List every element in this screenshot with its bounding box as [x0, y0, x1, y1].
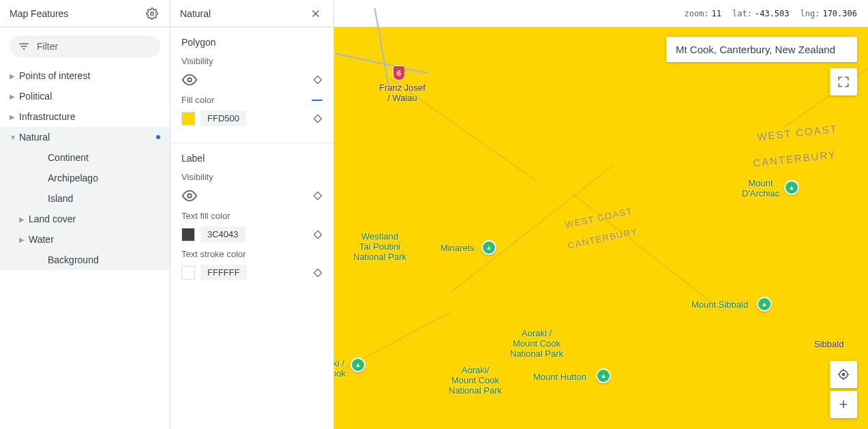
- tree-label: Natural: [19, 132, 156, 143]
- modified-dot-icon: [156, 135, 160, 139]
- label-heading: Label: [181, 153, 323, 164]
- map-label-darchiac: Mount D'Archiac: [742, 179, 779, 199]
- text-fill-swatch[interactable]: [181, 228, 195, 241]
- locate-icon: [837, 368, 850, 381]
- map-label-aoraki-np1: Aoraki / Mount Cook National Park: [510, 329, 563, 359]
- tree-item-water[interactable]: ▶ Water: [0, 229, 170, 250]
- tree-item-infrastructure[interactable]: ▶ Infrastructure: [0, 106, 170, 127]
- polygon-heading: Polygon: [181, 37, 323, 48]
- text-fill-row: 3C4043: [181, 226, 323, 242]
- tree-item-background[interactable]: ▶ Background: [0, 250, 170, 270]
- region-canterbury-2: CANTERBURY: [567, 226, 639, 250]
- eye-icon[interactable]: [181, 72, 198, 88]
- tree-item-continent[interactable]: ▶ Continent: [0, 147, 170, 168]
- tree-item-natural[interactable]: ▼ Natural: [0, 127, 170, 147]
- map-features-panel: Map Features Filter ▶ Points of interest…: [0, 0, 170, 429]
- tree-label: Island: [29, 193, 160, 204]
- fill-color-hex[interactable]: FFD500: [200, 110, 246, 126]
- svg-rect-6: [314, 231, 321, 238]
- fill-color-input[interactable]: FFD500: [181, 110, 246, 126]
- mountain-pin-icon: [481, 240, 496, 255]
- svg-point-9: [842, 373, 844, 375]
- map-label-franz-josef: Franz Josef / Waiau: [379, 83, 425, 104]
- map-area[interactable]: zoom: 11 lat: -43.503 lng: 170.306 6 Fra…: [334, 0, 868, 429]
- region-canterbury-1: CANTERBURY: [752, 149, 837, 169]
- inherit-diamond-icon[interactable]: [313, 268, 323, 278]
- mountain-pin-icon: [596, 368, 611, 383]
- active-indicator-icon: [312, 100, 323, 101]
- text-stroke-label: Text stroke color: [181, 249, 323, 259]
- svg-rect-7: [314, 269, 321, 276]
- fill-color-swatch[interactable]: [181, 112, 195, 125]
- inherit-diamond-icon[interactable]: [313, 75, 323, 85]
- mountain-pin-icon: [757, 297, 772, 312]
- status-lat: lat: -43.503: [732, 9, 789, 18]
- fill-color-label: Fill color: [181, 95, 323, 105]
- tree-item-poi[interactable]: ▶ Points of interest: [0, 65, 170, 86]
- chevron-right-icon: ▶: [10, 93, 19, 100]
- fullscreen-icon: [837, 76, 850, 88]
- region-west-coast-2: WEST COAST: [565, 206, 634, 231]
- map-label-minarets: Minarets: [440, 243, 475, 254]
- text-stroke-swatch[interactable]: [181, 266, 195, 280]
- text-stroke-row: FFFFFF: [181, 265, 323, 280]
- filter-row: Filter: [0, 27, 170, 65]
- text-fill-hex[interactable]: 3C4043: [200, 226, 245, 242]
- text-fill-label: Text fill color: [181, 211, 323, 221]
- chevron-right-icon: ▶: [10, 72, 19, 80]
- zoom-in-button[interactable]: +: [830, 391, 857, 418]
- chevron-right-icon: ▶: [19, 236, 29, 243]
- text-stroke-input[interactable]: FFFFFF: [181, 265, 247, 280]
- svg-rect-5: [314, 192, 321, 199]
- filter-input[interactable]: Filter: [10, 35, 160, 57]
- tree-item-island[interactable]: ▶ Island: [0, 188, 170, 209]
- filter-icon: [18, 40, 30, 53]
- mountain-pin-icon: [784, 180, 799, 195]
- route-badge: 6: [393, 65, 405, 80]
- locate-button[interactable]: [830, 361, 857, 388]
- polygon-visibility-row: [181, 72, 323, 88]
- filter-placeholder: Filter: [37, 41, 58, 52]
- map-canvas[interactable]: 6 Franz Josef / Waiau Westland Tai Pouti…: [334, 27, 868, 429]
- map-label-westland: Westland Tai Poutini National Park: [353, 232, 406, 263]
- map-label-hutton: Mount Hutton: [533, 372, 586, 383]
- tree-label: Points of interest: [19, 70, 160, 81]
- fullscreen-button[interactable]: [830, 68, 857, 95]
- text-fill-input[interactable]: 3C4043: [181, 226, 245, 242]
- tree-item-archipelago[interactable]: ▶ Archipelago: [0, 168, 170, 188]
- inherit-diamond-icon[interactable]: [313, 114, 323, 123]
- mountain-pin-icon: [350, 357, 365, 372]
- status-bar: zoom: 11 lat: -43.503 lng: 170.306: [334, 0, 868, 27]
- detail-title: Natural: [180, 8, 211, 19]
- gear-icon[interactable]: [144, 5, 160, 22]
- svg-point-1: [188, 78, 192, 82]
- fill-color-row: FFD500: [181, 110, 323, 126]
- tree-label: Land cover: [29, 213, 160, 224]
- text-stroke-hex[interactable]: FFFFFF: [200, 265, 247, 280]
- search-value: Mt Cook, Canterbury, New Zealand: [676, 44, 835, 55]
- inherit-diamond-icon[interactable]: [313, 230, 323, 239]
- inherit-diamond-icon[interactable]: [313, 191, 323, 201]
- label-visibility-label: Visibility: [181, 172, 323, 182]
- polygon-visibility-label: Visibility: [181, 56, 323, 66]
- svg-rect-3: [314, 115, 321, 122]
- polygon-section: Polygon Visibility Fill color FFD500: [170, 27, 333, 143]
- border-line: [572, 194, 723, 312]
- chevron-down-icon: ▼: [10, 134, 19, 141]
- status-lng: lng: 170.306: [800, 9, 857, 18]
- plus-icon: +: [839, 396, 848, 413]
- map-label-aoraki-np2: Aoraki/ Mount Cook National Park: [449, 366, 502, 396]
- map-label-mt-sibbald: Mount Sibbald: [691, 300, 748, 310]
- svg-point-0: [151, 12, 154, 15]
- detail-panel: Natural Polygon Visibility Fill color FF…: [170, 0, 334, 429]
- tree-label: Political: [19, 91, 160, 102]
- search-input[interactable]: Mt Cook, Canterbury, New Zealand: [666, 37, 857, 62]
- tree-item-landcover[interactable]: ▶ Land cover: [0, 209, 170, 229]
- chevron-right-icon: ▶: [19, 216, 29, 223]
- features-tree: ▶ Points of interest ▶ Political ▶ Infra…: [0, 65, 170, 429]
- close-icon[interactable]: [308, 5, 324, 22]
- tree-label: Infrastructure: [19, 111, 160, 122]
- tree-item-political[interactable]: ▶ Political: [0, 86, 170, 106]
- eye-icon[interactable]: [181, 188, 198, 204]
- features-title: Map Features: [10, 8, 68, 19]
